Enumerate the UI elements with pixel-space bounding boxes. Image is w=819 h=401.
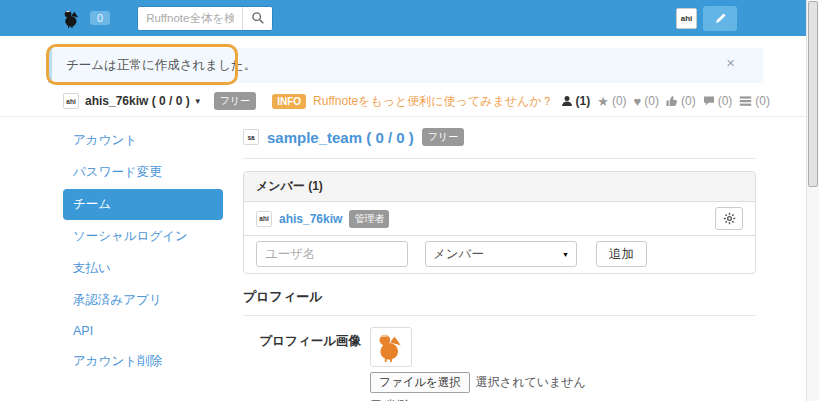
likes-stat[interactable]: ♥ (0) xyxy=(634,94,659,108)
member-settings-button[interactable] xyxy=(715,207,743,230)
pencil-icon xyxy=(714,12,727,25)
member-role-badge: 管理者 xyxy=(349,210,389,228)
notification-count-badge[interactable]: 0 xyxy=(90,11,110,25)
profile-image-preview xyxy=(370,327,412,367)
profile-image-label: プロフィール画像 xyxy=(243,327,361,401)
delete-image-label: 削除 xyxy=(387,397,411,401)
add-member-button[interactable]: 追加 xyxy=(596,241,647,267)
new-note-button[interactable] xyxy=(703,6,737,31)
user-info-bar: ahi ahis_76kiw ( 0 / 0 ) ▼ フリー INFO Ruff… xyxy=(0,83,806,117)
heart-icon: ♥ xyxy=(634,95,642,108)
top-navbar: 0 ahi xyxy=(0,0,806,36)
feed-icon xyxy=(739,95,752,107)
delete-image-option: 削除 xyxy=(370,397,756,401)
thumbs-up-icon xyxy=(666,95,678,107)
team-header: sa sample_team ( 0 / 0 ) フリー xyxy=(243,121,756,159)
alert-close-icon[interactable]: × xyxy=(726,55,735,70)
profile-section-heading: プロフィール xyxy=(243,288,756,316)
alert-message: チームは正常に作成されました。 xyxy=(66,58,256,72)
sidebar-item-approved-apps[interactable]: 承認済みアプリ xyxy=(63,285,223,316)
person-icon xyxy=(561,95,573,107)
username-dropdown[interactable]: ahis_76kiw ( 0 / 0 ) xyxy=(85,94,190,108)
member-avatar: ahi xyxy=(256,211,272,227)
sidebar-item-delete-account[interactable]: アカウント削除 xyxy=(63,346,223,377)
success-alert: チームは正常に作成されました。 × xyxy=(48,48,763,83)
bird-image-icon xyxy=(376,332,406,362)
sidebar-item-password[interactable]: パスワード変更 xyxy=(63,157,223,188)
comment-icon xyxy=(703,95,715,107)
global-search xyxy=(137,6,273,31)
add-member-row: メンバー ▼ 追加 xyxy=(244,235,755,273)
chevron-down-icon[interactable]: ▼ xyxy=(194,97,202,106)
sidebar-item-social-login[interactable]: ソーシャルログイン xyxy=(63,221,223,252)
star-icon: ★ xyxy=(597,95,609,108)
team-plan-badge: フリー xyxy=(422,128,464,146)
member-row: ahi ahis_76kiw 管理者 xyxy=(244,202,755,235)
ruffnote-bird-logo-icon[interactable] xyxy=(63,8,81,29)
user-avatar[interactable]: ahi xyxy=(676,8,697,29)
sidebar-item-account[interactable]: アカウント xyxy=(63,125,223,156)
members-panel-title: メンバー (1) xyxy=(244,172,755,202)
navbar-right: ahi xyxy=(676,6,737,31)
choose-file-button[interactable]: ファイルを選択 xyxy=(370,372,470,393)
promo-link[interactable]: Ruffnoteをもっと便利に使ってみませんか？ xyxy=(313,93,554,110)
chevron-down-icon: ▼ xyxy=(562,251,569,258)
settings-sidebar: アカウント パスワード変更 チーム ソーシャルログイン 支払い 承認済みアプリ … xyxy=(63,117,223,401)
followers-stat[interactable]: (1) xyxy=(561,94,591,108)
search-icon xyxy=(251,11,265,25)
profile-image-row: プロフィール画像 ファイルを選択 選択されていません xyxy=(243,327,756,401)
user-avatar[interactable]: ahi xyxy=(63,93,79,109)
gear-icon xyxy=(723,212,736,225)
thumbs-up-stat[interactable]: (0) xyxy=(666,94,696,108)
comments-stat[interactable]: (0) xyxy=(703,94,733,108)
search-input[interactable] xyxy=(138,7,242,30)
vertical-scrollbar[interactable] xyxy=(806,0,819,401)
role-select-value: メンバー xyxy=(433,246,484,263)
page-content: アカウント パスワード変更 チーム ソーシャルログイン 支払い 承認済みアプリ … xyxy=(0,117,819,401)
team-title-link[interactable]: sample_team ( 0 / 0 ) xyxy=(267,129,414,146)
stars-stat[interactable]: ★ (0) xyxy=(597,94,626,108)
sidebar-item-api[interactable]: API xyxy=(63,317,223,345)
team-settings-main: sa sample_team ( 0 / 0 ) フリー メンバー (1) ah… xyxy=(243,117,756,401)
members-panel: メンバー (1) ahi ahis_76kiw 管理者 xyxy=(243,171,756,274)
info-badge: INFO xyxy=(272,94,306,109)
sidebar-item-payment[interactable]: 支払い xyxy=(63,253,223,284)
member-name-link[interactable]: ahis_76kiw xyxy=(279,212,342,226)
search-button[interactable] xyxy=(242,7,272,30)
scrollbar-thumb[interactable] xyxy=(808,1,818,187)
feed-stat[interactable]: (0) xyxy=(739,94,770,108)
team-avatar: sa xyxy=(243,129,259,145)
plan-badge: フリー xyxy=(214,92,256,110)
role-select[interactable]: メンバー ▼ xyxy=(425,241,577,267)
file-status-text: 選択されていません xyxy=(476,374,586,391)
sidebar-item-team[interactable]: チーム xyxy=(63,189,223,220)
username-input[interactable] xyxy=(256,241,408,267)
userbar-right: INFO Ruffnoteをもっと便利に使ってみませんか？ (1) ★ (0) … xyxy=(272,93,770,110)
